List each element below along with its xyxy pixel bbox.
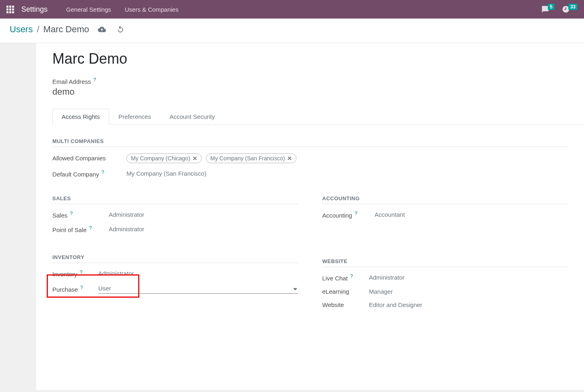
- allowed-companies-value[interactable]: My Company (Chicago) ✕ My Company (San F…: [126, 153, 568, 163]
- top-navbar: Settings General Settings Users & Compan…: [0, 0, 584, 19]
- help-icon[interactable]: ?: [101, 170, 104, 175]
- email-value[interactable]: demo: [52, 87, 584, 97]
- section-accounting: ACCOUNTING: [322, 195, 568, 204]
- accounting-label: Accounting: [322, 212, 352, 219]
- livechat-value[interactable]: Administrator: [369, 274, 568, 281]
- tag-label: My Company (Chicago): [131, 155, 190, 162]
- nav-general-settings[interactable]: General Settings: [66, 6, 111, 13]
- website-field-value[interactable]: Editor and Designer: [369, 301, 568, 308]
- help-icon[interactable]: ?: [93, 77, 96, 83]
- pos-label: Point of Sale: [52, 226, 87, 233]
- tab-preferences[interactable]: Preferences: [109, 109, 160, 124]
- breadcrumb: Users / Marc Demo: [0, 19, 584, 43]
- email-label: Email Address: [52, 78, 91, 85]
- purchase-label: Purchase: [52, 286, 78, 293]
- tab-bar: Access Rights Preferences Account Securi…: [52, 108, 584, 124]
- section-website: WEBSITE: [322, 258, 568, 267]
- elearning-label: eLearning: [322, 288, 349, 295]
- nav-users-companies[interactable]: Users & Companies: [125, 6, 178, 13]
- page-title: Marc Demo: [52, 50, 584, 67]
- company-tag[interactable]: My Company (San Francisco) ✕: [206, 153, 296, 163]
- tab-account-security[interactable]: Account Security: [160, 109, 224, 124]
- section-sales: SALES: [52, 195, 298, 204]
- breadcrumb-separator: /: [37, 24, 39, 35]
- livechat-label: Live Chat: [322, 275, 348, 282]
- discard-icon[interactable]: [116, 25, 124, 33]
- breadcrumb-parent[interactable]: Users: [10, 24, 33, 35]
- inventory-label: Inventory: [52, 271, 77, 278]
- tab-access-rights[interactable]: Access Rights: [52, 109, 109, 124]
- company-tag[interactable]: My Company (Chicago) ✕: [126, 153, 202, 163]
- help-icon[interactable]: ?: [70, 211, 73, 216]
- apps-grid-icon[interactable]: [6, 6, 14, 13]
- section-multi-companies: MULTI COMPANIES: [52, 138, 568, 147]
- app-title[interactable]: Settings: [21, 5, 48, 14]
- help-icon[interactable]: ?: [81, 285, 83, 290]
- inventory-value[interactable]: Administrator: [98, 270, 298, 277]
- activities-button[interactable]: 33: [562, 5, 578, 13]
- tag-label: My Company (San Francisco): [210, 155, 285, 162]
- help-icon[interactable]: ?: [354, 211, 357, 216]
- help-icon[interactable]: ?: [350, 274, 353, 279]
- accounting-value[interactable]: Accountant: [375, 211, 568, 218]
- email-field-block: Email Address ? demo: [52, 77, 584, 97]
- allowed-companies-label: Allowed Companies: [52, 155, 126, 162]
- breadcrumb-current: Marc Demo: [43, 24, 89, 35]
- sales-label: Sales: [52, 212, 68, 219]
- section-inventory: INVENTORY: [52, 254, 298, 263]
- tag-remove-icon[interactable]: ✕: [193, 155, 197, 162]
- website-field-label: Website: [322, 301, 344, 308]
- default-company-label: Default Company: [52, 171, 99, 178]
- pos-value[interactable]: Administrator: [109, 226, 298, 232]
- default-company-value[interactable]: My Company (San Francisco): [126, 170, 568, 177]
- sales-value[interactable]: Administrator: [109, 211, 298, 218]
- cloud-save-icon[interactable]: [98, 25, 106, 33]
- activities-badge: 33: [568, 4, 578, 10]
- messages-button[interactable]: 5: [541, 5, 555, 13]
- elearning-value[interactable]: Manager: [369, 288, 568, 295]
- tag-remove-icon[interactable]: ✕: [287, 155, 292, 162]
- help-icon[interactable]: ?: [80, 270, 83, 275]
- help-icon[interactable]: ?: [89, 225, 92, 231]
- purchase-select[interactable]: [98, 284, 298, 294]
- form-view: Marc Demo Email Address ? demo Access Ri…: [36, 43, 584, 390]
- messages-badge: 5: [548, 4, 555, 10]
